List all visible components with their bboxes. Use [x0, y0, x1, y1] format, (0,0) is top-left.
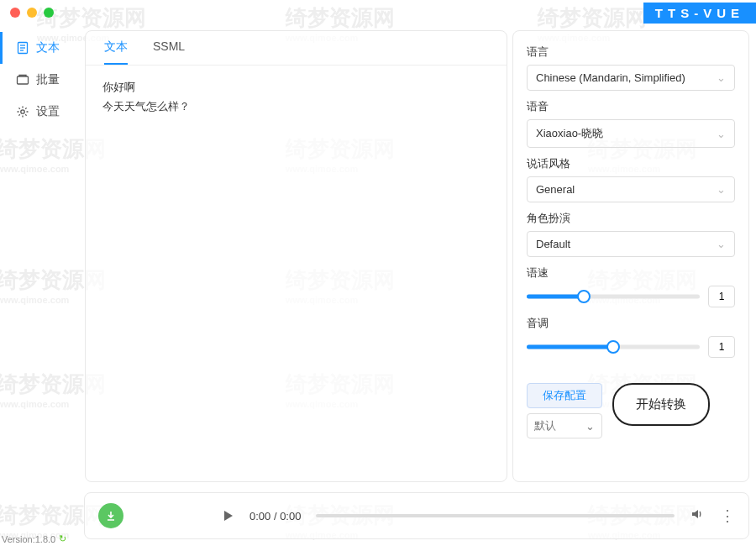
- speed-label: 语速: [527, 265, 735, 281]
- sidebar: 文本 批量 设置: [0, 25, 80, 487]
- progress-bar[interactable]: [316, 514, 675, 517]
- sidebar-item-batch[interactable]: 批量: [0, 64, 80, 96]
- footer: Version:1.8.0 ↻: [2, 533, 66, 544]
- text-line: 今天天气怎么样？: [102, 97, 490, 116]
- batch-icon: [16, 73, 29, 87]
- select-value: 默认: [534, 418, 556, 433]
- start-button[interactable]: 开始转换: [612, 383, 710, 426]
- svg-rect-4: [18, 76, 29, 84]
- sidebar-item-text[interactable]: 文本: [0, 32, 80, 64]
- preset-select[interactable]: 默认 ⌄: [527, 413, 602, 438]
- titlebar: TTS-VUE: [0, 0, 756, 25]
- select-value: Default: [536, 238, 570, 250]
- time-display: 0:00 / 0:00: [249, 510, 301, 522]
- voice-label: 语音: [527, 99, 735, 114]
- select-value: General: [536, 183, 575, 196]
- input-tabs: 文本 SSML: [86, 31, 507, 66]
- document-icon: [16, 41, 29, 55]
- pitch-value: 1: [708, 336, 735, 358]
- menu-button[interactable]: ⋮: [720, 507, 735, 525]
- speed-value: 1: [708, 286, 735, 307]
- audio-player: 0:00 / 0:00 ⋮: [84, 492, 749, 539]
- chevron-down-icon: ⌄: [717, 128, 726, 140]
- close-icon[interactable]: [10, 8, 20, 18]
- sidebar-item-label: 设置: [36, 104, 60, 119]
- settings-panel: 语言 Chinese (Mandarin, Simplified) ⌄ 语音 X…: [507, 25, 756, 487]
- voice-select[interactable]: Xiaoxiao-晓晓 ⌄: [527, 119, 735, 148]
- chevron-down-icon: ⌄: [717, 238, 726, 250]
- app-title: TTS-VUE: [643, 3, 756, 24]
- version-label: Version:1.8.0: [2, 534, 55, 544]
- chevron-down-icon: ⌄: [585, 420, 595, 433]
- language-select[interactable]: Chinese (Mandarin, Simplified) ⌄: [527, 65, 735, 91]
- gear-icon: [16, 105, 29, 118]
- pitch-label: 音调: [527, 316, 735, 331]
- text-line: 你好啊: [102, 77, 490, 97]
- chevron-down-icon: ⌄: [717, 71, 726, 84]
- style-label: 说话风格: [527, 156, 735, 171]
- select-value: Xiaoxiao-晓晓: [536, 126, 603, 141]
- refresh-icon[interactable]: ↻: [59, 533, 66, 544]
- play-button[interactable]: [221, 509, 234, 522]
- center-panel: 文本 SSML 你好啊 今天天气怎么样？: [80, 25, 507, 487]
- chevron-down-icon: ⌄: [717, 183, 726, 196]
- tab-text[interactable]: 文本: [104, 39, 128, 65]
- svg-point-5: [21, 110, 24, 113]
- role-label: 角色扮演: [527, 211, 735, 226]
- language-label: 语言: [527, 45, 735, 60]
- speed-slider[interactable]: [527, 288, 700, 305]
- sidebar-item-label: 文本: [36, 40, 60, 55]
- sidebar-item-settings[interactable]: 设置: [0, 96, 80, 128]
- pitch-slider[interactable]: [527, 339, 700, 355]
- text-input[interactable]: 你好啊 今天天气怎么样？: [86, 66, 507, 129]
- maximize-icon[interactable]: [44, 8, 54, 18]
- select-value: Chinese (Mandarin, Simplified): [536, 71, 685, 84]
- sidebar-item-label: 批量: [36, 72, 60, 87]
- style-select[interactable]: General ⌄: [527, 176, 735, 202]
- volume-button[interactable]: [690, 507, 705, 525]
- role-select[interactable]: Default ⌄: [527, 231, 735, 257]
- minimize-icon[interactable]: [27, 8, 37, 18]
- download-button[interactable]: [98, 503, 123, 528]
- window-controls: [0, 8, 54, 18]
- save-config-button[interactable]: 保存配置: [527, 383, 602, 408]
- tab-ssml[interactable]: SSML: [153, 39, 185, 65]
